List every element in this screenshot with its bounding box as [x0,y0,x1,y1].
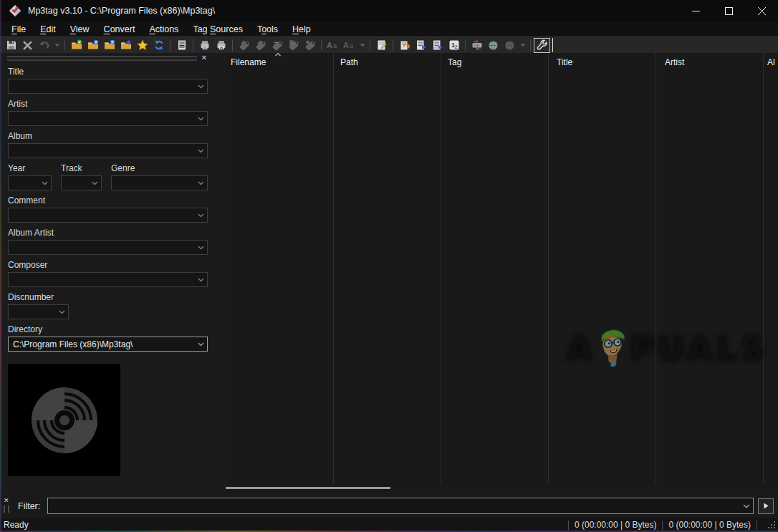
convert-tag-tag-icon[interactable] [302,38,318,53]
remove-tag-icon[interactable] [19,38,36,53]
file-list-body[interactable]: A PUALS [226,69,778,494]
case-conversion-menu-icon[interactable] [357,38,367,53]
tag-panel-toggle-icon[interactable] [173,38,190,53]
album-art-placeholder[interactable] [8,364,120,476]
chevron-down-icon[interactable] [195,149,207,153]
column-header-tag[interactable]: Tag [448,57,461,67]
chevron-down-icon[interactable] [195,117,207,121]
column-header-path[interactable]: Path [340,57,358,67]
auto-numbering-wizard-icon[interactable]: 12 [446,38,462,53]
album-artist-label: Album Artist [8,228,208,238]
convert-tag-filename-icon[interactable] [236,38,252,53]
status-text: Ready [2,520,29,530]
menu-help[interactable]: Help [285,23,318,36]
actions-icon[interactable] [396,38,413,53]
filter-combobox [47,498,754,514]
field-composer: Composer [8,260,208,287]
album-combobox[interactable] [8,143,208,158]
change-directory-icon[interactable] [68,38,85,53]
toolbar-separator [393,39,393,51]
chevron-down-icon[interactable] [195,84,207,89]
add-directory-icon[interactable] [85,38,101,53]
playlist-all-files-icon[interactable] [413,38,429,53]
chevron-down-icon[interactable] [195,181,207,185]
directory-combobox[interactable]: C:\Program Files (x86)\Mp3tag\ [8,337,208,352]
file-list-header[interactable]: Filename Path Tag Title Artist Al [226,53,778,69]
toolbar-separator [64,39,65,51]
convert-filename-filename-icon[interactable] [269,38,285,53]
playlist-selected-files-icon[interactable] [429,38,446,53]
case-conversion-alt-icon[interactable]: Aa [341,38,357,53]
field-title: Title [8,67,208,94]
filter-input[interactable] [48,498,740,513]
chevron-down-icon[interactable] [195,342,207,347]
undo-icon[interactable] [36,38,52,53]
convert-filename-tag-icon[interactable] [252,38,269,53]
chevron-down-icon[interactable] [56,310,68,314]
comment-combobox[interactable] [8,208,208,223]
menu-actions[interactable]: Actions [142,23,186,36]
parent-directory-icon[interactable] [117,38,134,53]
refresh-icon[interactable] [150,38,167,53]
maximize-button[interactable] [712,0,745,21]
chevron-down-icon[interactable] [740,504,753,508]
menubar: File Edit View Convert Actions Tag Sourc… [0,21,778,37]
menu-file[interactable]: File [4,23,33,36]
web-sources-icon[interactable] [485,38,501,53]
edit-tag-icon[interactable] [373,38,390,53]
field-year-track-genre: Year Track Genre [8,163,208,193]
filter-drag-handle[interactable] [4,506,9,513]
tag-panel-close-icon[interactable]: ✕ [200,54,208,62]
file-list[interactable]: Filename Path Tag Title Artist Al A [226,53,778,494]
composer-combobox[interactable] [8,272,208,287]
panel-splitter[interactable] [213,53,226,494]
undo-menu-icon[interactable] [52,38,62,53]
column-header-title[interactable]: Title [557,57,572,67]
chevron-down-icon[interactable] [195,246,207,250]
minimize-button[interactable] [679,0,712,21]
menu-view[interactable]: View [63,23,97,36]
favorite-directories-icon[interactable] [134,38,150,53]
web-sources-menu-icon[interactable] [518,38,527,53]
track-combobox[interactable] [61,175,102,190]
save-tag-icon[interactable] [3,38,19,53]
toolbar-separator [465,39,466,51]
mp3tag-logo-icon [9,4,21,17]
close-button[interactable] [745,0,778,21]
column-header-filename[interactable]: Filename [231,57,266,67]
title-combobox[interactable] [8,79,208,94]
convert-text-file-tag-icon[interactable] [285,38,302,53]
status-separator [662,521,663,530]
artist-combobox[interactable] [8,111,208,126]
save-tags-icon[interactable] [196,38,213,53]
remove-tags-icon[interactable] [213,38,229,53]
chevron-down-icon[interactable] [89,181,101,185]
album-artist-combobox[interactable] [8,240,208,255]
filter-apply-button[interactable] [758,498,774,514]
options-icon[interactable] [534,38,550,53]
menu-tools[interactable]: Tools [250,23,285,36]
genre-combobox[interactable] [111,175,208,190]
menu-edit[interactable]: Edit [33,23,63,36]
column-header-artist[interactable]: Artist [665,57,684,67]
discnumber-combobox[interactable] [8,304,69,319]
chevron-down-icon[interactable] [195,278,207,282]
year-combobox[interactable] [8,175,52,190]
resize-grip-icon[interactable] [767,521,776,529]
menu-convert[interactable]: Convert [97,23,143,36]
open-playlist-icon[interactable] [101,38,117,53]
chevron-down-icon[interactable] [39,181,51,185]
content-area: ✕ Title Artist Album Year Track [0,53,778,494]
svg-text:A: A [343,41,349,49]
menu-tag-sources[interactable]: Tag Sources [186,23,250,36]
horizontal-scrollbar-thumb[interactable] [226,487,390,489]
appuals-mascot-icon [595,325,628,368]
chevron-down-icon[interactable] [195,213,207,218]
web-sources-alt-icon[interactable] [501,38,518,53]
column-header-album[interactable]: Al [767,57,775,67]
filter-close-icon[interactable]: ✕ [4,497,9,504]
directory-label: Directory [8,324,208,334]
case-conversion-icon[interactable]: Aa [325,38,341,53]
tag-panel-drag-handle[interactable] [7,56,197,61]
export-icon[interactable] [469,38,485,53]
